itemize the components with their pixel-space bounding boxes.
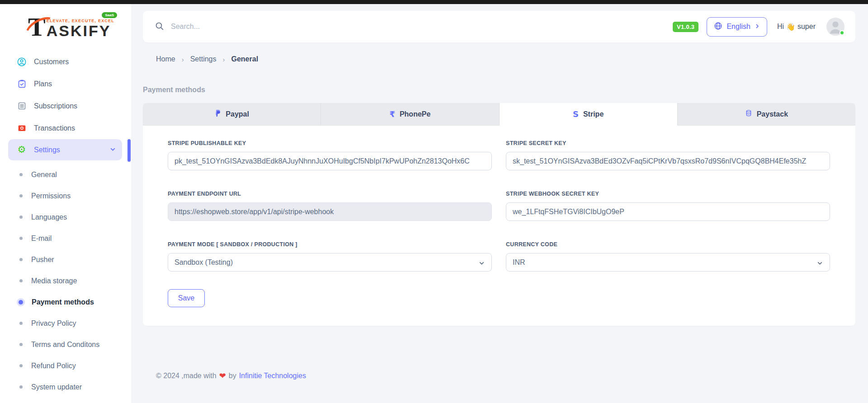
bullet-dot-icon bbox=[19, 216, 23, 219]
sidebar-item-settings[interactable]: ⚙ Settings bbox=[8, 139, 122, 160]
breadcrumb: Home › Settings › General bbox=[156, 55, 855, 63]
bullet-dot-icon bbox=[19, 237, 23, 240]
cash-icon bbox=[17, 123, 27, 133]
language-label: English bbox=[726, 23, 750, 31]
tab-paystack[interactable]: Paystack bbox=[678, 103, 855, 126]
wave-emoji: 👋 bbox=[786, 23, 795, 31]
sidebar-subitem-permissions[interactable]: Permissions bbox=[0, 185, 131, 206]
breadcrumb-settings[interactable]: Settings bbox=[190, 55, 217, 63]
sidebar: T ELEVATE, EXECUTE, EXCEL ASKIFY SaaS Cu… bbox=[0, 0, 131, 403]
version-badge: V1.0.3 bbox=[673, 22, 698, 32]
saas-badge: SaaS bbox=[102, 12, 117, 18]
payment-tabs: Paypal ₹ PhonePe S Stripe Paystack bbox=[143, 103, 855, 126]
save-button[interactable]: Save bbox=[168, 289, 205, 307]
sidebar-menu: Customers Plans Subscriptions bbox=[0, 51, 131, 398]
payment-mode-label: PAYMENT MODE [ SANDBOX / PRODUCTION ] bbox=[168, 241, 492, 248]
top-dark-strip bbox=[0, 0, 868, 4]
sidebar-item-customers[interactable]: Customers bbox=[0, 51, 131, 73]
tab-phonepe[interactable]: ₹ PhonePe bbox=[321, 103, 499, 126]
breadcrumb-separator: › bbox=[223, 56, 225, 63]
breadcrumb-current: General bbox=[231, 55, 259, 63]
user-greeting: Hi👋 super bbox=[777, 23, 816, 31]
bullet-dot-icon bbox=[19, 279, 23, 282]
clipboard-check-icon bbox=[17, 79, 27, 89]
chevron-down-icon bbox=[110, 146, 116, 154]
tab-stripe[interactable]: S Stripe bbox=[500, 103, 678, 126]
stripe-publishable-key-input[interactable] bbox=[168, 152, 492, 170]
sidebar-subitem-media-storage[interactable]: Media storage bbox=[0, 270, 131, 291]
footer-company-link[interactable]: Infinitie Technologies bbox=[239, 372, 306, 380]
breadcrumb-home[interactable]: Home bbox=[156, 55, 175, 63]
sidebar-subitem-pusher[interactable]: Pusher bbox=[0, 249, 131, 270]
stripe-publishable-key-label: STRIPE PUBLISHABLE KEY bbox=[168, 140, 492, 146]
bullet-dot-icon bbox=[19, 364, 23, 367]
sidebar-scrollbar-thumb[interactable] bbox=[127, 139, 131, 162]
sidebar-subitem-payment-methods[interactable]: Payment methods bbox=[0, 291, 131, 313]
top-header-bar: V1.0.3 English Hi👋 super bbox=[143, 11, 855, 42]
stripe-secret-key-input[interactable] bbox=[506, 152, 830, 170]
bullet-dot-icon bbox=[19, 385, 23, 389]
username: super bbox=[797, 23, 816, 31]
sidebar-subitem-system-updater[interactable]: System updater bbox=[0, 376, 131, 398]
chevron-down-icon bbox=[479, 260, 485, 268]
sidebar-subitem-privacy-policy[interactable]: Privacy Policy bbox=[0, 313, 131, 334]
active-bullet-dot-icon bbox=[19, 300, 23, 305]
chevron-right-icon bbox=[755, 23, 760, 31]
logo-brand-text: ASKIFY bbox=[47, 23, 114, 39]
settings-submenu: General Permissions Languages E-mail Pus… bbox=[0, 164, 131, 398]
bullet-dot-icon bbox=[19, 173, 23, 176]
search-input[interactable] bbox=[171, 23, 307, 31]
bullet-dot-icon bbox=[19, 322, 23, 325]
footer: © 2024 ,made with ❤ by Infinitie Technol… bbox=[156, 371, 855, 380]
customers-icon bbox=[17, 57, 27, 67]
stripe-settings-form: STRIPE PUBLISHABLE KEY STRIPE SECRET KEY… bbox=[143, 126, 855, 326]
payment-methods-card: Paypal ₹ PhonePe S Stripe Paystack bbox=[143, 103, 855, 326]
tab-paypal[interactable]: Paypal bbox=[143, 103, 321, 126]
footer-copyright: © 2024 ,made with bbox=[156, 372, 217, 380]
page-title: Payment methods bbox=[143, 86, 855, 94]
rupee-icon: ₹ bbox=[389, 109, 395, 119]
currency-code-label: CURRENCY CODE bbox=[506, 241, 830, 248]
chevron-down-icon bbox=[817, 260, 823, 268]
search-bar bbox=[155, 21, 673, 33]
bullet-dot-icon bbox=[19, 258, 23, 261]
taskify-logo[interactable]: T ELEVATE, EXECUTE, EXCEL ASKIFY SaaS bbox=[0, 4, 131, 51]
sidebar-subitem-languages[interactable]: Languages bbox=[0, 206, 131, 228]
payment-mode-select[interactable]: Sandbox (Testing) bbox=[168, 253, 492, 272]
sidebar-subitem-terms[interactable]: Terms and Conditons bbox=[0, 334, 131, 355]
sidebar-item-plans[interactable]: Plans bbox=[0, 73, 131, 95]
bullet-dot-icon bbox=[19, 343, 23, 346]
avatar[interactable] bbox=[826, 18, 844, 36]
list-icon bbox=[17, 101, 27, 111]
sidebar-subitem-general[interactable]: General bbox=[0, 164, 131, 185]
stripe-secret-key-label: STRIPE SECRET KEY bbox=[506, 140, 830, 146]
sidebar-subitem-refund-policy[interactable]: Refund Policy bbox=[0, 355, 131, 376]
bullet-dot-icon bbox=[19, 194, 23, 197]
stripe-webhook-secret-key-input[interactable] bbox=[506, 202, 830, 221]
currency-code-select[interactable]: INR bbox=[506, 253, 830, 272]
breadcrumb-separator: › bbox=[182, 56, 184, 63]
payment-endpoint-url-label: PAYMENT ENDPOINT URL bbox=[168, 191, 492, 197]
search-icon bbox=[155, 21, 164, 33]
stripe-s-icon: S bbox=[573, 109, 579, 119]
payment-endpoint-url-input bbox=[168, 202, 492, 221]
sidebar-item-subscriptions[interactable]: Subscriptions bbox=[0, 95, 131, 117]
gear-icon: ⚙ bbox=[17, 145, 27, 155]
logo-initial: T bbox=[28, 15, 46, 39]
language-selector-button[interactable]: English bbox=[707, 17, 767, 37]
online-status-dot bbox=[840, 30, 844, 35]
heart-icon: ❤ bbox=[219, 371, 226, 380]
stripe-webhook-secret-key-label: STRIPE WEBHOOK SECRET KEY bbox=[506, 191, 830, 197]
stack-icon bbox=[745, 109, 752, 119]
paypal-icon bbox=[214, 109, 221, 119]
sidebar-subitem-email[interactable]: E-mail bbox=[0, 228, 131, 249]
sidebar-item-transactions[interactable]: Transactions bbox=[0, 117, 131, 139]
main-content: V1.0.3 English Hi👋 super bbox=[131, 0, 868, 380]
footer-by: by bbox=[229, 372, 236, 380]
globe-icon bbox=[714, 22, 722, 32]
